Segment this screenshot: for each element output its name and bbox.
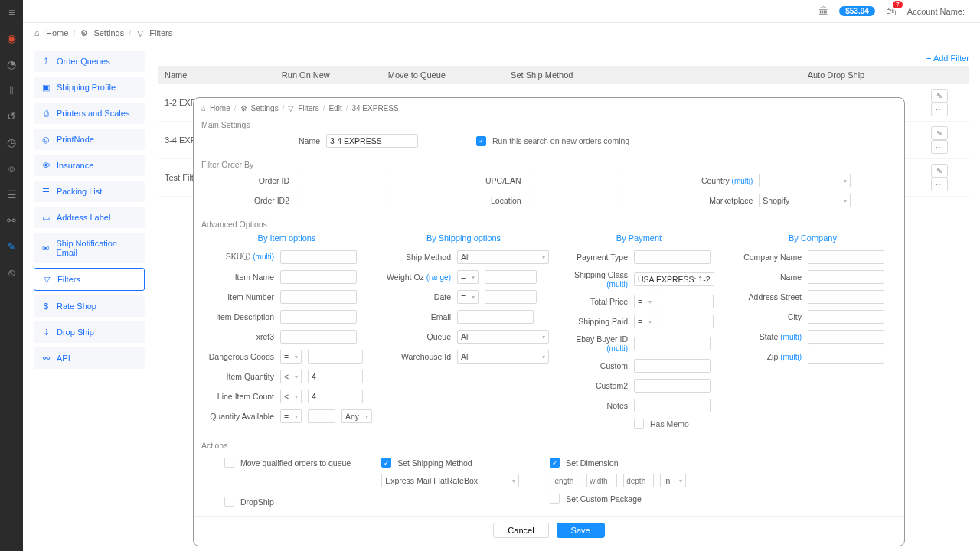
- sidenav-item-rate-shop[interactable]: $Rate Shop: [34, 295, 145, 317]
- rail-settings-icon[interactable]: ✎: [5, 240, 18, 253]
- hasmemo-checkbox[interactable]: [634, 419, 644, 429]
- setship-select[interactable]: Express Mail FlatRateBox▾: [381, 474, 519, 487]
- dim-length-input[interactable]: [550, 474, 580, 487]
- weight-input[interactable]: [485, 270, 537, 284]
- dangerous-op[interactable]: =▾: [280, 350, 302, 364]
- rail-link-icon[interactable]: ⚯: [5, 214, 18, 227]
- col-payment-header: By Payment: [555, 233, 723, 243]
- rail-gauge-icon[interactable]: ◷: [5, 136, 18, 148]
- qtyavail-any[interactable]: Any▾: [341, 409, 372, 423]
- sidenav-item-order-queues[interactable]: ⤴Order Queues: [34, 51, 145, 72]
- sidenav-item-ship-email[interactable]: ✉Ship Notification Email: [34, 233, 145, 263]
- sidenav-item-api[interactable]: ⚯API: [34, 347, 145, 369]
- marketplace-select[interactable]: Shopify▾: [759, 194, 851, 207]
- sidenav-item-filters[interactable]: ▽Filters: [34, 268, 145, 291]
- linecnt-op[interactable]: <▾: [280, 390, 302, 403]
- rail-list-icon[interactable]: ☰: [5, 188, 18, 201]
- qty-input[interactable]: [308, 370, 363, 383]
- rail-user-icon[interactable]: ⎋: [5, 266, 18, 279]
- warehouse-select[interactable]: All▾: [457, 350, 549, 364]
- dim-width-input[interactable]: [586, 474, 617, 487]
- dropship-checkbox[interactable]: [224, 497, 234, 507]
- crumb-filters[interactable]: Filters: [149, 28, 172, 37]
- ebay-input[interactable]: [634, 337, 710, 350]
- shipmethod-select[interactable]: All▾: [457, 250, 549, 264]
- section-filter-order-by: Filter Order By: [201, 160, 897, 169]
- name-input[interactable]: [326, 134, 418, 148]
- linecnt-input[interactable]: [308, 390, 363, 403]
- add-filter-link[interactable]: + Add Filter: [926, 54, 969, 63]
- list-icon: ☰: [41, 187, 51, 196]
- sidenav-item-printnode[interactable]: ◎PrintNode: [34, 129, 145, 150]
- edit-row-button[interactable]: ✎: [931, 126, 948, 140]
- dangerous-input[interactable]: [308, 350, 363, 364]
- city-input[interactable]: [808, 310, 884, 324]
- location-input[interactable]: [528, 194, 619, 207]
- sku-input[interactable]: [280, 250, 357, 264]
- co-name-input[interactable]: [808, 270, 884, 284]
- weight-op[interactable]: =▾: [457, 270, 479, 284]
- rail-history-icon[interactable]: ↺: [5, 110, 18, 122]
- save-button[interactable]: Save: [557, 523, 605, 538]
- orderid2-input[interactable]: [296, 194, 387, 207]
- custom-input[interactable]: [634, 359, 710, 373]
- setship-checkbox[interactable]: ✓: [381, 458, 391, 468]
- sidenav-item-drop-ship[interactable]: ⇣Drop Ship: [34, 321, 145, 343]
- total-input[interactable]: [662, 295, 714, 308]
- itemdesc-input[interactable]: [280, 310, 357, 324]
- xref3-input[interactable]: [280, 330, 357, 344]
- dropship-icon: ⇣: [41, 328, 51, 337]
- paytype-input[interactable]: [634, 250, 710, 264]
- itemnum-input[interactable]: [280, 290, 357, 304]
- sidenav-item-shipping-profile[interactable]: ▣Shipping Profile: [34, 77, 145, 98]
- state-input[interactable]: [808, 330, 884, 344]
- sidenav-item-printers[interactable]: ⎙Printers and Scales: [34, 103, 145, 124]
- ship-email-input[interactable]: [457, 310, 534, 324]
- rail-barcode-icon[interactable]: ⦀: [5, 84, 18, 96]
- country-select[interactable]: ▾: [759, 174, 851, 187]
- qty-op[interactable]: <▾: [280, 370, 302, 383]
- queue-select[interactable]: All▾: [457, 330, 549, 344]
- edit-row-button[interactable]: ✎: [931, 89, 948, 103]
- setdim-checkbox[interactable]: ✓: [550, 458, 560, 468]
- logo-icon[interactable]: ◉: [5, 32, 18, 44]
- shippaid-op[interactable]: =▾: [634, 315, 655, 328]
- itemname-input[interactable]: [280, 270, 357, 284]
- custom2-input[interactable]: [634, 379, 710, 393]
- upc-input[interactable]: [528, 174, 619, 187]
- setpkg-checkbox[interactable]: [550, 494, 560, 504]
- zip-input[interactable]: [808, 350, 884, 364]
- sidenav-item-packing-list[interactable]: ☰Packing List: [34, 181, 145, 202]
- crumb-home[interactable]: Home: [46, 28, 68, 37]
- sidenav-item-insurance[interactable]: 👁Insurance: [34, 155, 145, 176]
- cart-icon[interactable]: 🛍7: [886, 5, 897, 18]
- balance-pill[interactable]: $53.94: [839, 6, 875, 16]
- orderid-input[interactable]: [296, 174, 387, 187]
- shippaid-input[interactable]: [662, 315, 714, 328]
- more-row-button[interactable]: ⋯: [931, 178, 948, 191]
- date-input[interactable]: [485, 290, 537, 304]
- notes-input[interactable]: [634, 399, 710, 412]
- crumb-settings[interactable]: Settings: [93, 28, 124, 37]
- api-icon: ⚯: [41, 354, 51, 363]
- qtyavail-input[interactable]: [308, 409, 335, 423]
- movequeue-checkbox[interactable]: [224, 458, 234, 468]
- rail-clock-icon[interactable]: ◔: [5, 58, 18, 70]
- dim-depth-input[interactable]: [623, 474, 654, 487]
- qtyavail-op[interactable]: =▾: [280, 409, 302, 423]
- run-on-new-checkbox[interactable]: ✓: [476, 136, 486, 146]
- rail-cloud-icon[interactable]: ⌾: [5, 162, 18, 174]
- shipclass-input[interactable]: [634, 272, 714, 286]
- sidenav-item-address-label[interactable]: ▭Address Label: [34, 207, 145, 228]
- bank-icon[interactable]: 🏛: [818, 5, 828, 17]
- more-row-button[interactable]: ⋯: [931, 103, 948, 116]
- dim-unit-select[interactable]: in▾: [660, 474, 686, 487]
- total-op[interactable]: =▾: [634, 295, 655, 308]
- menu-icon[interactable]: ≡: [5, 6, 18, 18]
- more-row-button[interactable]: ⋯: [931, 140, 948, 154]
- edit-row-button[interactable]: ✎: [931, 164, 948, 178]
- date-op[interactable]: =▾: [457, 290, 479, 304]
- cancel-button[interactable]: Cancel: [493, 523, 548, 538]
- street-input[interactable]: [808, 290, 884, 304]
- companyname-input[interactable]: [808, 250, 884, 264]
